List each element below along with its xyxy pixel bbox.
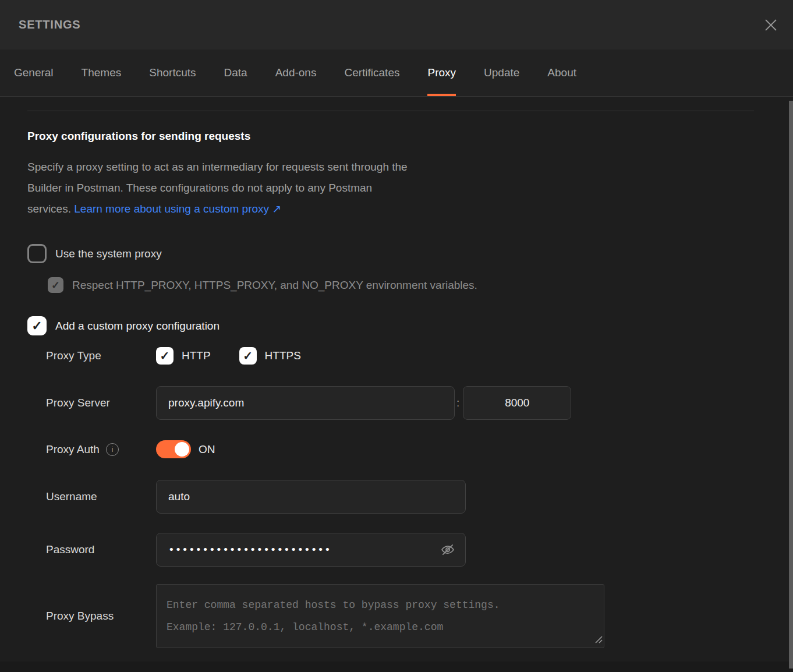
proxy-auth-label: Proxy Auth i [27,443,156,456]
proxy-settings-panel: Proxy configurations for sending request… [0,111,793,672]
proxy-type-row: Proxy Type ✓ HTTP ✓ HTTPS [27,347,793,365]
env-vars-label: Respect HTTP_PROXY, HTTPS_PROXY, and NO_… [72,279,477,292]
username-input[interactable] [156,480,466,514]
proxy-auth-row: Proxy Auth i ON [27,440,793,458]
tab-add-ons[interactable]: Add-ons [275,49,317,96]
tab-certificates[interactable]: Certificates [344,49,399,96]
https-label: HTTPS [265,349,301,362]
custom-proxy-row: ✓ Add a custom proxy configuration [27,316,793,335]
password-input[interactable]: •••••••••••••••••••••••• [156,533,466,567]
proxy-bypass-textarea[interactable] [156,584,604,648]
proxy-server-label: Proxy Server [27,397,156,409]
check-icon: ✓ [51,280,60,291]
description-text: services. [27,203,71,215]
password-row: Password •••••••••••••••••••••••• [27,533,793,567]
username-label: Username [27,490,156,503]
check-icon: ✓ [160,350,170,362]
tab-proxy[interactable]: Proxy [427,49,456,96]
scrollbar-thumb[interactable] [789,101,793,669]
proxy-type-label: Proxy Type [27,349,156,362]
tab-update[interactable]: Update [484,49,519,96]
toggle-knob [175,442,189,457]
modal-title: SETTINGS [19,18,80,31]
eye-off-icon[interactable] [440,542,456,558]
proxy-bypass-wrapper [156,584,604,648]
env-vars-checkbox: ✓ [48,277,63,293]
settings-modal-header: SETTINGS [0,0,793,49]
section-description: Specify a proxy setting to act as an int… [27,157,793,220]
http-checkbox[interactable]: ✓ [156,347,174,365]
proxy-host-input[interactable] [156,386,455,420]
proxy-bypass-row: Proxy Bypass [27,584,793,648]
tab-data[interactable]: Data [224,49,247,96]
tab-themes[interactable]: Themes [82,49,122,96]
resize-handle-icon[interactable] [594,635,603,646]
section-divider [27,111,754,111]
section-heading: Proxy configurations for sending request… [27,130,793,143]
modal-bottom-edge [0,662,793,672]
check-icon: ✓ [243,350,253,362]
close-icon[interactable] [763,17,778,33]
custom-proxy-label: Add a custom proxy configuration [55,320,220,333]
tab-general[interactable]: General [14,49,54,96]
proxy-server-row: Proxy Server : [27,386,793,420]
https-checkbox[interactable]: ✓ [239,347,257,365]
tab-shortcuts[interactable]: Shortcuts [149,49,196,96]
system-proxy-row: Use the system proxy [27,244,793,263]
password-masked-value: •••••••••••••••••••••••• [169,543,332,556]
check-icon: ✓ [31,320,42,333]
system-proxy-label: Use the system proxy [55,247,162,260]
host-port-separator: : [456,397,459,409]
description-line: Specify a proxy setting to act as an int… [27,157,793,178]
custom-proxy-checkbox[interactable]: ✓ [27,316,47,335]
http-label: HTTP [182,349,211,362]
info-icon: i [106,443,119,456]
password-label: Password [27,543,156,556]
system-proxy-checkbox[interactable] [27,244,47,263]
toggle-state-label: ON [199,443,215,456]
description-line: Builder in Postman. These configurations… [27,178,793,199]
proxy-auth-toggle[interactable] [156,440,191,458]
proxy-port-input[interactable] [463,386,571,420]
env-vars-row: ✓ Respect HTTP_PROXY, HTTPS_PROXY, and N… [48,277,793,293]
settings-tab-bar: General Themes Shortcuts Data Add-ons Ce… [0,49,793,97]
description-line: services. Learn more about using a custo… [27,199,793,220]
learn-more-link[interactable]: Learn more about using a custom proxy ↗ [74,203,281,215]
tab-about[interactable]: About [547,49,576,96]
proxy-auth-label-text: Proxy Auth [46,443,100,456]
proxy-bypass-label: Proxy Bypass [27,610,156,623]
username-row: Username [27,480,793,514]
